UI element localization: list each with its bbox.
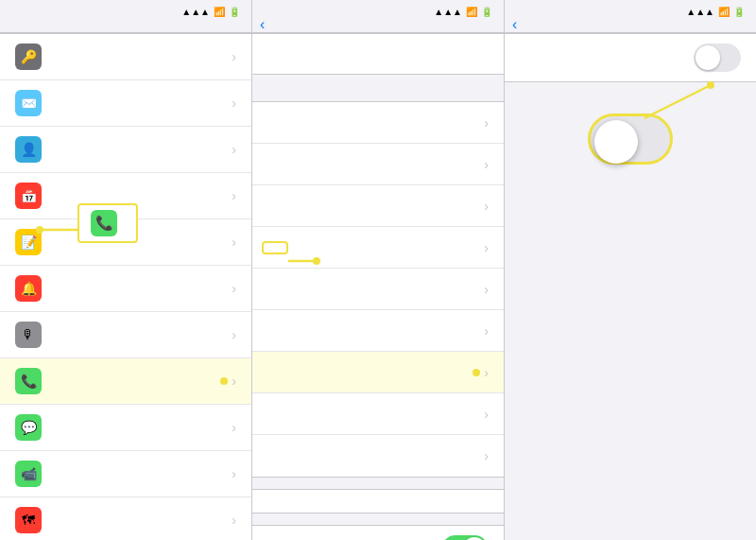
maps-icon: 🗺 [15,507,42,533]
status-bar-3: ▲▲▲ 📶 🔋 [505,0,756,21]
battery-icon-3: 🔋 [733,7,745,17]
dial-assist-group [252,525,504,540]
sms-chevron: › [484,199,489,214]
phone-gap-2 [252,478,504,489]
forwarding-dot [472,369,480,376]
status-icons-3: ▲▲▲ 📶 🔋 [686,7,745,17]
forwarding-toggle-knob [696,45,720,70]
calls-section-header [252,88,504,101]
reminders-icon: 🔔 [15,275,42,302]
forwarding-settings-list [505,33,756,540]
call-waiting-item[interactable]: › [252,393,504,435]
wifi-calling-item[interactable]: › [252,227,504,269]
calendar-item[interactable]: 📅 › [0,173,251,219]
phone-back-button[interactable]: ‹ [260,16,266,33]
passwords-chevron: › [232,49,236,64]
forwarding-toggle-group [505,33,756,82]
forwarding-chevron: › [484,365,489,380]
waiting-chevron: › [484,407,489,422]
phone-nav: ‹ [252,21,504,33]
battery-icon-2: 🔋 [481,7,492,17]
wifi-icon-2: 📶 [466,7,477,17]
facetime-icon: 📹 [15,461,42,487]
voicemail-link[interactable] [252,489,504,514]
phone-icon: 📞 [15,368,42,394]
respond-text-item[interactable]: › [252,310,504,352]
phone-item[interactable]: 📞 › [0,358,251,405]
messages-icon: 💬 [15,414,42,441]
voicememos-item[interactable]: 🎙 › [0,312,251,358]
status-bar-1: ▲▲▲ 📶 🔋 [0,0,251,21]
dial-assist-item[interactable] [252,526,504,540]
facetime-chevron: › [232,466,236,481]
announce-calls-item[interactable]: › [252,102,504,144]
contacts-item[interactable]: 👤 › [0,127,251,173]
forwarding-back-button[interactable]: ‹ [512,16,519,33]
notes-icon: 📝 [15,229,42,255]
signal-icon-3: ▲▲▲ [686,7,714,17]
call-forwarding-toggle-item[interactable] [505,34,756,81]
phone-dot [220,377,228,385]
status-icons-1: ▲▲▲ 📶 🔋 [181,7,240,17]
maps-chevron: › [232,513,236,528]
calendar-icon: 📅 [15,183,42,209]
mail-icon: ✉️ [15,90,42,116]
back-chevron-2: ‹ [260,16,265,33]
phone-settings-list: › › › › › [252,33,504,540]
phone-gap-3 [252,514,504,525]
passwords-item[interactable]: 🔑 › [0,34,251,80]
settings-main-group: 🔑 › ✉️ › 👤 › [0,33,251,540]
battery-icon: 🔋 [229,7,240,17]
notes-chevron: › [232,235,236,250]
status-icons-2: ▲▲▲ 📶 🔋 [434,7,492,17]
settings-nav [0,21,251,33]
facetime-item[interactable]: 📹 › [0,451,251,497]
settings-panel: ▲▲▲ 📶 🔋 🔑 › ✉️ › [0,0,252,540]
sms-reporting-item[interactable]: › [252,185,504,227]
calendar-chevron: › [232,188,236,203]
phone-panel: ▲▲▲ 📶 🔋 ‹ › [252,0,505,540]
my-number-row [252,33,504,75]
reminders-chevron: › [232,281,236,296]
maps-item[interactable]: 🗺 › [0,497,251,540]
status-bar-2: ▲▲▲ 📶 🔋 [252,0,504,21]
call-forwarding-item[interactable]: › [252,352,504,393]
caller-id-chevron: › [484,448,489,463]
signal-icon-2: ▲▲▲ [434,7,462,17]
contacts-icon: 👤 [15,136,42,163]
voicememos-chevron: › [232,327,236,342]
voicememos-icon: 🎙 [15,322,42,348]
caller-id-item[interactable]: › [252,435,504,477]
calls-group: › › › › › [252,101,504,478]
call-forwarding-panel: ▲▲▲ 📶 🔋 ‹ [505,0,756,540]
mail-chevron: › [232,96,236,111]
contacts-chevron: › [232,142,236,157]
announce-chevron: › [484,115,489,131]
forwarding-nav: ‹ [505,21,756,33]
respond-chevron: › [484,323,489,339]
wifi-icon-3: 📶 [718,7,730,17]
notes-item[interactable]: 📝 › [0,219,251,266]
signal-icon: ▲▲▲ [181,7,210,17]
wifi-icon: 📶 [214,7,225,17]
reminders-item[interactable]: 🔔 › [0,266,251,312]
messages-chevron: › [232,420,236,435]
back-chevron-3: ‹ [512,16,517,33]
phone-gap-1 [252,75,504,88]
blocking-chevron: › [484,157,489,172]
calls-other-item[interactable]: › [252,269,504,310]
mail-item[interactable]: ✉️ › [0,80,251,127]
calls-other-chevron: › [484,282,489,297]
call-blocking-item[interactable]: › [252,144,504,185]
call-forwarding-toggle[interactable] [694,44,741,72]
messages-item[interactable]: 💬 › [0,405,251,451]
passwords-icon: 🔑 [15,44,42,70]
phone-chevron: › [232,374,236,389]
dial-assist-toggle[interactable] [441,535,489,540]
settings-list: 🔑 › ✉️ › 👤 › [0,33,251,540]
wifi-chevron: › [484,240,489,255]
